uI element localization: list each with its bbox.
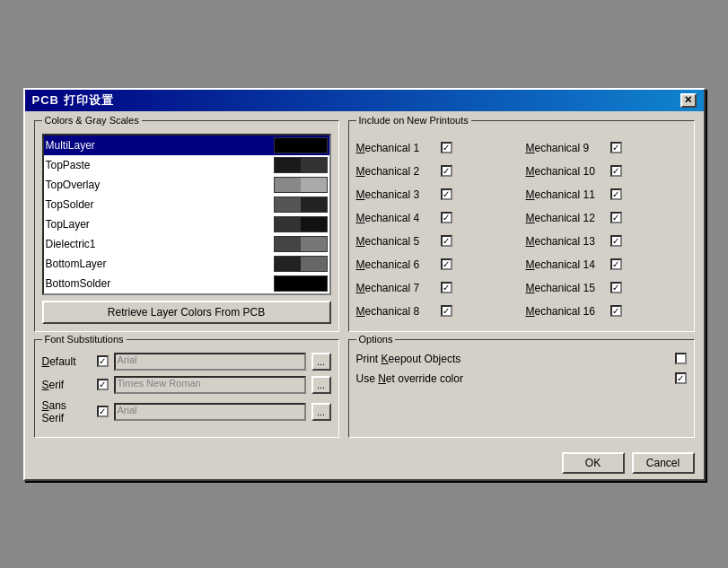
retrieve-colors-button[interactable]: Retrieve Layer Colors From PCB	[42, 301, 331, 324]
printout-label: Mechanical 2	[356, 165, 437, 178]
printout-row: Mechanical 7	[356, 277, 517, 299]
font-input[interactable]: Arial	[114, 353, 306, 371]
list-item-label: Dielectric1	[46, 238, 274, 250]
option-row: Use Net override color	[356, 372, 687, 385]
cancel-button[interactable]: Cancel	[632, 452, 695, 474]
printouts-group-label: Include on New Printouts	[356, 115, 471, 126]
printout-row: Mechanical 11	[526, 184, 687, 205]
printout-label: Mechanical 5	[356, 235, 437, 248]
color-swatch	[274, 216, 328, 232]
option-label: Print Keepout Objects	[356, 353, 670, 365]
list-item-label: TopOverlay	[46, 179, 274, 191]
printout-checkbox[interactable]	[441, 305, 452, 317]
option-checkbox[interactable]	[675, 372, 687, 384]
printout-row: Mechanical 2	[356, 161, 517, 182]
printout-checkbox[interactable]	[441, 235, 452, 247]
printout-row: Mechanical 9	[526, 137, 687, 159]
option-row: Print Keepout Objects	[356, 353, 687, 365]
font-group-label: Font Substitutions	[42, 334, 127, 345]
printout-label: Mechanical 14	[526, 258, 607, 271]
printout-checkbox[interactable]	[610, 282, 622, 293]
printout-checkbox[interactable]	[441, 212, 452, 223]
printout-checkbox[interactable]	[610, 142, 622, 153]
font-rows: DefaultArial...SerifTimes New Roman...Sa…	[42, 353, 331, 424]
font-label: Serif	[42, 379, 92, 391]
printout-row: Mechanical 8	[356, 301, 517, 322]
printout-row: Mechanical 12	[526, 207, 687, 229]
font-row: DefaultArial...	[42, 353, 331, 371]
font-browse-button[interactable]: ...	[311, 376, 331, 394]
list-item[interactable]: BottomLayer	[44, 254, 329, 274]
font-checkbox[interactable]	[97, 406, 109, 417]
color-swatch	[274, 236, 328, 252]
font-checkbox[interactable]	[97, 355, 109, 367]
layer-listbox[interactable]: MultiLayerTopPasteTopOverlayTopSolderTop…	[42, 134, 331, 295]
printout-checkbox[interactable]	[610, 188, 622, 200]
color-swatch	[274, 137, 328, 153]
printout-checkbox[interactable]	[441, 142, 452, 153]
pcb-print-dialog: PCB 打印设置 ✕ Colors & Gray Scales MultiLay…	[23, 88, 706, 481]
printout-checkbox[interactable]	[610, 305, 622, 317]
font-input[interactable]: Times New Roman	[114, 376, 306, 394]
list-item[interactable]: Dielectric1	[44, 234, 329, 254]
printouts-group: Include on New Printouts Mechanical 1Mec…	[348, 120, 695, 332]
printout-label: Mechanical 8	[356, 305, 437, 318]
color-swatch	[274, 157, 328, 173]
printout-label: Mechanical 16	[526, 305, 607, 318]
printout-label: Mechanical 13	[526, 235, 607, 248]
list-item[interactable]: MultiLayer	[44, 135, 329, 155]
printout-row: Mechanical 1	[356, 137, 517, 159]
color-swatch	[274, 197, 328, 213]
font-input[interactable]: Arial	[114, 403, 306, 421]
printout-label: Mechanical 10	[526, 165, 607, 178]
printout-label: Mechanical 1	[356, 142, 437, 154]
printout-checkbox[interactable]	[441, 165, 452, 177]
printout-label: Mechanical 4	[356, 212, 437, 224]
font-row: SerifTimes New Roman...	[42, 376, 331, 394]
title-bar-text: PCB 打印设置	[32, 92, 114, 109]
options-group: Options Print Keepout ObjectsUse Net ove…	[348, 339, 695, 438]
ok-button[interactable]: OK	[562, 452, 625, 474]
list-item[interactable]: TopPaste	[44, 155, 329, 175]
printout-checkbox[interactable]	[610, 212, 622, 223]
printout-label: Mechanical 6	[356, 258, 437, 271]
printout-row: Mechanical 13	[526, 231, 687, 252]
printout-checkbox[interactable]	[441, 282, 452, 293]
printout-checkbox[interactable]	[441, 258, 452, 270]
printout-row: Mechanical 16	[526, 301, 687, 322]
option-label: Use Net override color	[356, 372, 670, 385]
font-checkbox[interactable]	[97, 379, 109, 390]
list-item[interactable]: TopOverlay	[44, 175, 329, 195]
printout-checkbox[interactable]	[610, 235, 622, 247]
list-item[interactable]: TopLayer	[44, 214, 329, 234]
printout-row: Mechanical 5	[356, 231, 517, 252]
font-browse-button[interactable]: ...	[311, 353, 331, 371]
colors-group: Colors & Gray Scales MultiLayerTopPasteT…	[34, 120, 339, 332]
list-item-label: BottomLayer	[46, 258, 274, 270]
printout-row: Mechanical 10	[526, 161, 687, 182]
options-group-label: Options	[356, 334, 396, 345]
printout-label: Mechanical 15	[526, 282, 607, 294]
list-item-label: TopSolder	[46, 198, 274, 211]
printout-label: Mechanical 12	[526, 212, 607, 224]
color-swatch	[274, 256, 328, 272]
title-bar: PCB 打印设置 ✕	[25, 90, 704, 111]
printout-row: Mechanical 4	[356, 207, 517, 229]
printout-checkbox[interactable]	[441, 188, 452, 200]
list-item[interactable]: BottomSolder	[44, 274, 329, 293]
list-item-label: TopPaste	[46, 159, 274, 171]
printout-checkbox[interactable]	[610, 258, 622, 270]
option-checkbox[interactable]	[675, 353, 687, 364]
printout-label: Mechanical 9	[526, 142, 607, 154]
colors-group-label: Colors & Gray Scales	[42, 115, 142, 126]
printout-label: Mechanical 3	[356, 188, 437, 201]
list-item[interactable]: TopSolder	[44, 195, 329, 214]
top-row: Colors & Gray Scales MultiLayerTopPasteT…	[34, 120, 695, 332]
printout-row: Mechanical 6	[356, 254, 517, 275]
close-button[interactable]: ✕	[680, 93, 697, 108]
dialog-footer: OK Cancel	[25, 447, 704, 479]
font-label: Sans Serif	[42, 399, 92, 424]
color-swatch	[274, 177, 328, 193]
font-browse-button[interactable]: ...	[311, 403, 331, 421]
printout-checkbox[interactable]	[610, 165, 622, 177]
